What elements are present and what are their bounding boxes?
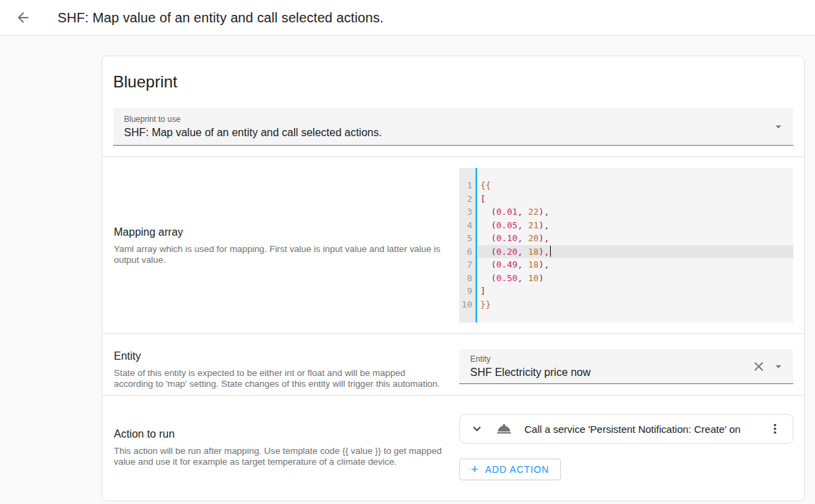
line-number: 3 xyxy=(459,205,476,219)
mapping-row: Mapping array Yaml array which is used f… xyxy=(102,157,804,333)
dropdown-arrow-icon[interactable] xyxy=(772,120,785,133)
add-action-label: ADD ACTION xyxy=(485,464,549,475)
page-title: SHF: Map value of an entity and call sel… xyxy=(58,10,383,26)
line-number: 7 xyxy=(459,258,476,272)
code-line[interactable]: (0.49, 18), xyxy=(477,258,793,272)
code-line[interactable]: {{ xyxy=(477,179,793,192)
mapping-description: Yaml array which is used for mapping. Fi… xyxy=(114,244,447,266)
action-row: Action to run This action will be run af… xyxy=(102,396,804,501)
editor-gutter: 12345678910 xyxy=(459,168,477,322)
code-line[interactable]: (0.20, 18), xyxy=(477,245,793,259)
app-header: SHF: Map value of an entity and call sel… xyxy=(0,0,815,36)
entity-select-value: SHF Electricity price now xyxy=(470,364,746,381)
chevron-down-icon[interactable] xyxy=(469,421,484,436)
code-line[interactable]: (0.05, 21), xyxy=(477,219,793,232)
line-number: 2 xyxy=(459,192,476,206)
entity-title: Entity xyxy=(114,349,447,364)
clear-icon[interactable] xyxy=(751,359,766,374)
arrow-left-icon xyxy=(15,9,31,26)
entity-row: Entity State of this entity is expected … xyxy=(102,334,804,395)
code-line[interactable]: (0.01, 22), xyxy=(477,205,793,219)
add-action-button[interactable]: + ADD ACTION xyxy=(459,459,561,480)
action-menu-button[interactable] xyxy=(767,421,783,437)
code-line[interactable]: [ xyxy=(477,192,793,206)
blueprint-card: Blueprint Blueprint to use SHF: Map valu… xyxy=(102,56,805,501)
entity-description: State of this entity is expected to be e… xyxy=(114,368,447,390)
code-line[interactable]: }} xyxy=(477,298,793,312)
text-cursor xyxy=(550,246,551,257)
action-item-card[interactable]: Call a service 'Persistent Notification:… xyxy=(459,414,793,444)
line-number: 5 xyxy=(459,232,476,245)
action-item-label: Call a service 'Persistent Notification:… xyxy=(524,423,767,435)
blueprint-select-value: SHF: Map value of an entity and call sel… xyxy=(124,125,761,141)
blueprint-select[interactable]: Blueprint to use SHF: Map value of an en… xyxy=(113,108,793,146)
line-number: 10 xyxy=(459,298,476,312)
dots-vertical-icon xyxy=(768,421,782,436)
plus-icon: + xyxy=(471,463,479,476)
action-description: This action will be run after mapping. U… xyxy=(114,446,447,467)
entity-select-label: Entity xyxy=(470,354,746,364)
dropdown-arrow-icon[interactable] xyxy=(772,360,785,373)
action-title: Action to run xyxy=(114,427,447,442)
code-line[interactable]: (0.10, 20), xyxy=(477,232,793,245)
code-line[interactable]: (0.50, 10) xyxy=(477,272,793,285)
code-line[interactable]: ] xyxy=(477,285,793,298)
mapping-title: Mapping array xyxy=(114,225,447,240)
line-number: 4 xyxy=(459,219,476,232)
line-number: 8 xyxy=(459,272,476,285)
yaml-code-editor[interactable]: 12345678910 {{[ (0.01, 22), (0.05, 21), … xyxy=(459,168,793,322)
line-number: 6 xyxy=(459,245,476,259)
line-number: 9 xyxy=(459,285,476,298)
back-button[interactable] xyxy=(15,9,31,26)
entity-select[interactable]: Entity SHF Electricity price now xyxy=(459,349,793,384)
page-background: Blueprint Blueprint to use SHF: Map valu… xyxy=(0,36,815,501)
service-bell-icon xyxy=(496,421,512,437)
card-title: Blueprint xyxy=(113,72,793,91)
blueprint-select-label: Blueprint to use xyxy=(124,114,761,125)
line-number: 1 xyxy=(459,179,476,192)
editor-code[interactable]: {{[ (0.01, 22), (0.05, 21), (0.10, 20), … xyxy=(477,168,793,322)
